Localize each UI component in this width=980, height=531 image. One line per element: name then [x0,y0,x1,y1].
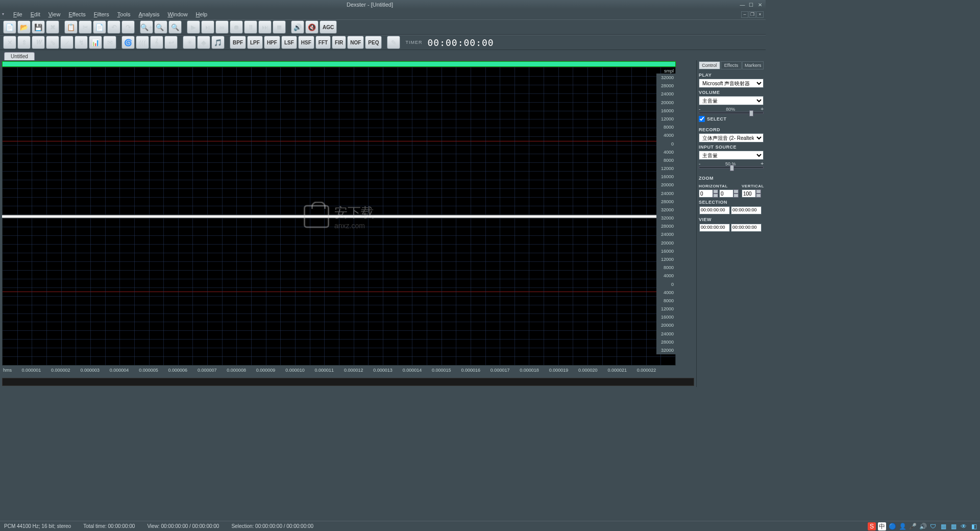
toolbar-◆-button[interactable]: ◆ [197,36,210,49]
toolbar-✉-button[interactable]: ✉ [103,36,116,49]
toolbar-⏯-button[interactable]: ⏯ [201,20,214,34]
toolbar-🔍-button[interactable]: 🔍 [168,20,182,34]
view-from[interactable]: 00:00:00:00 [699,224,730,232]
tab-markers[interactable]: Markers [742,61,764,69]
toolbar-⇘-button[interactable]: ⇘ [46,36,59,49]
mdi-restore-icon[interactable]: ❐ [749,11,756,18]
timer-label: TIMER [405,40,422,45]
toolbar-💾-button[interactable]: 💾 [32,20,45,34]
up-icon[interactable]: ▴ [713,189,718,194]
toolbar-✖-button[interactable]: ✖ [46,20,59,34]
toolbar-⏺-button[interactable]: ⏺ [230,20,243,34]
select-checkbox[interactable] [699,116,705,122]
toolbar-📄-button[interactable]: 📄 [93,20,106,34]
input-source-select[interactable]: 主音量 [699,151,764,160]
menu-view[interactable]: View [44,10,65,18]
channels[interactable]: 安下载 anxz.com smpl 3200028000240002000016… [2,67,676,366]
toolbar-hpf-button[interactable]: HPF [264,36,280,49]
menu-analysis[interactable]: Analysis [134,10,163,18]
up-icon[interactable]: ▴ [756,189,761,194]
zoom-h1-input[interactable] [699,189,713,198]
sel-to[interactable]: 00:00:00:00 [731,206,762,214]
minimize-icon[interactable]: — [739,2,746,8]
menubar: ▾ FileEditViewEffectsFiltersToolsAnalysi… [0,9,766,19]
toolbar-✕-button[interactable]: ✕ [3,36,16,49]
toolbar-nof-button[interactable]: NOF [347,36,364,49]
mdi-min-icon[interactable]: – [741,11,748,18]
toolbar-🌀-button[interactable]: 🌀 [121,36,135,49]
toolbar-hsf-button[interactable]: HSF [298,36,314,49]
menu-file[interactable]: File [9,10,27,18]
toolbar-⏹-button[interactable]: ⏹ [273,20,286,34]
toolbar-main: 📄📂💾✖📋✂📄↶↷🔍+🔍-🔍▶⏯∞⏺⏸⏭⏹🔊🔇AGC [0,19,766,35]
tab-control[interactable]: Control [699,61,720,69]
toolbar-✳-button[interactable]: ✳ [183,36,196,49]
toolbar-filters: ✕⇕𝙒⇘⟋↯📊✉🌀(((𝄞↩✳◆🎵BPFLPFHPFLSFHSFFFTFIRNO… [0,35,766,50]
mdi-close-icon[interactable]: × [756,11,764,18]
menu-filters[interactable]: Filters [90,10,113,18]
toolbar-↩-button[interactable]: ↩ [164,36,178,49]
toolbar-bpf-button[interactable]: BPF [230,36,246,49]
toolbar-agc-button[interactable]: AGC [320,20,337,34]
timer-value: 00:00:00:00 [427,37,494,48]
record-device-select[interactable]: 立体声混音 (2- Realtek Hig [699,133,764,142]
toolbar-▶-button[interactable]: ▶ [187,20,200,34]
input-slider[interactable] [699,166,764,168]
menu-edit[interactable]: Edit [27,10,44,18]
menu-tools[interactable]: Tools [113,10,135,18]
toolbar-🔍+-button[interactable]: 🔍+ [140,20,153,34]
toolbar-⏭-button[interactable]: ⏭ [258,20,272,34]
down-icon[interactable]: ▾ [713,194,718,198]
toolbar-fft-button[interactable]: FFT [315,36,331,49]
toolbar-peq-button[interactable]: PEQ [365,36,382,49]
sel-from[interactable]: 00:00:00:00 [699,206,730,214]
toolbar-⇕-button[interactable]: ⇕ [17,36,31,49]
volume-device-select[interactable]: 主音量 [699,96,764,105]
toolbar-lsf-button[interactable]: LSF [281,36,297,49]
toolbar-🔍--button[interactable]: 🔍- [154,20,167,34]
toolbar-📊-button[interactable]: 📊 [89,36,102,49]
menu-window[interactable]: Window [163,10,191,18]
overview-strip[interactable] [2,61,676,67]
toolbar-📋-button[interactable]: 📋 [64,20,78,34]
close-icon[interactable]: ✕ [756,2,764,8]
toolbar-↶-button[interactable]: ↶ [107,20,120,34]
toolbar-↷-button[interactable]: ↷ [121,20,135,34]
toolbar-🔊-button[interactable]: 🔊 [291,20,304,34]
volume-slider[interactable] [699,112,764,114]
toolbar-🔇-button[interactable]: 🔇 [305,20,318,34]
view-to[interactable]: 00:00:00:00 [731,224,762,232]
time-ruler: hms 0.0000010.0000020.0000030.0000040.00… [2,366,676,377]
toolbar-𝙒-button[interactable]: 𝙒 [32,36,45,49]
toolbar-📄-button[interactable]: 📄 [3,20,16,34]
zoom-h2-input[interactable] [719,189,733,198]
toolbar-lpf-button[interactable]: LPF [247,36,263,49]
toolbar-⟋-button[interactable]: ⟋ [60,36,74,49]
up-icon[interactable]: ▴ [733,189,739,194]
channel-right[interactable] [2,218,676,366]
toolbar-🎵-button[interactable]: 🎵 [211,36,225,49]
titlebar: Dexster - [Untitled] — ☐ ✕ [0,0,766,9]
menu-effects[interactable]: Effects [64,10,89,18]
play-device-select[interactable]: Microsoft 声音映射器 [699,79,764,88]
down-icon[interactable]: ▾ [733,194,739,198]
zoom-v-input[interactable] [742,189,756,198]
toolbar-✂-button[interactable]: ✂ [79,20,92,34]
toolbar-fir-button[interactable]: FIR [332,36,346,49]
down-icon[interactable]: ▾ [756,194,761,198]
channel-left[interactable] [2,67,676,215]
tab-effects[interactable]: Effects [721,61,742,69]
tab-untitled[interactable]: Untitled [4,52,35,60]
toolbar-📂-button[interactable]: 📂 [17,20,31,34]
toolbar-𝄞-button[interactable]: 𝄞 [150,36,163,49]
toolbar-∞-button[interactable]: ∞ [215,20,229,34]
app-menu-icon[interactable]: ▾ [2,12,7,17]
toolbar-↯-button[interactable]: ↯ [75,36,88,49]
toolbar-✎-button[interactable]: ✎ [387,36,400,49]
maximize-icon[interactable]: ☐ [747,2,755,8]
horizontal-scrollbar[interactable] [2,378,694,386]
menu-help[interactable]: Help [192,10,212,18]
document-tabs: Untitled [0,50,766,60]
toolbar-(((-button[interactable]: ((( [136,36,149,49]
toolbar-⏸-button[interactable]: ⏸ [244,20,257,34]
